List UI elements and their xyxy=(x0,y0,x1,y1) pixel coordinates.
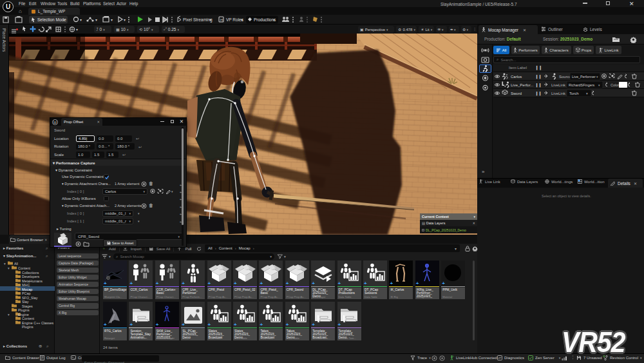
svg-text:▾: ▾ xyxy=(80,18,82,22)
svg-text:Color: Color xyxy=(611,83,619,87)
svg-text:▾: ▾ xyxy=(8,313,10,317)
svg-text:MHC: MHC xyxy=(22,283,30,287)
svg-text:▾: ▾ xyxy=(95,18,97,22)
svg-text:Content: Content xyxy=(18,266,30,270)
svg-text:Live_Performer: Live_Performer xyxy=(572,75,596,79)
svg-text:Mocap: Mocap xyxy=(22,288,32,291)
svg-text:Plugins: Plugins xyxy=(18,308,30,312)
svg-text:▾: ▾ xyxy=(273,18,275,22)
svg-text:Sword: Sword xyxy=(511,92,522,95)
svg-text:❙❙: ❙❙ xyxy=(535,83,542,88)
svg-text:▾: ▾ xyxy=(586,92,588,95)
svg-text:❙❙: ❙❙ xyxy=(535,75,542,79)
svg-text:Content: Content xyxy=(22,317,34,320)
svg-text:Selection Mode: Selection Mode xyxy=(37,17,66,22)
svg-text:▾: ▾ xyxy=(76,28,78,32)
svg-text:Plugins: Plugins xyxy=(22,325,33,329)
svg-text:Developers: Developers xyxy=(22,275,40,279)
svg-text:LiveLink: LiveLink xyxy=(551,92,566,95)
svg-text:▾: ▾ xyxy=(4,262,6,266)
svg-text:MetaHumans: MetaHumans xyxy=(22,279,43,283)
svg-text:▾: ▾ xyxy=(111,18,113,22)
svg-text:Slay: Slay xyxy=(22,300,29,304)
svg-text:▾: ▾ xyxy=(8,266,10,270)
svg-text:Engine: Engine xyxy=(18,313,29,317)
svg-text:Live_Perfor...: Live_Perfor... xyxy=(511,83,534,87)
svg-text:Collections: Collections xyxy=(22,271,39,275)
svg-text:Pixel Streaming: Pixel Streaming xyxy=(183,17,213,23)
svg-text:Carlos: Carlos xyxy=(511,75,522,79)
svg-text:H: H xyxy=(220,18,223,22)
svg-text:All: All xyxy=(14,262,18,266)
svg-text:Stages: Stages xyxy=(22,304,33,308)
svg-text:Engine C++ Classes: Engine C++ Classes xyxy=(22,321,53,325)
svg-text:▾: ▾ xyxy=(124,18,126,22)
svg-text:▾: ▾ xyxy=(63,18,65,22)
svg-text:RichardSFingers: RichardSFingers xyxy=(569,83,594,87)
svg-text:LiveLink: LiveLink xyxy=(551,83,566,87)
svg-text:SFO_Slay: SFO_Slay xyxy=(22,296,38,300)
svg-text:PCap: PCap xyxy=(22,291,31,295)
svg-text:❙❙: ❙❙ xyxy=(535,92,542,96)
svg-text:Torch: Torch xyxy=(569,92,579,95)
